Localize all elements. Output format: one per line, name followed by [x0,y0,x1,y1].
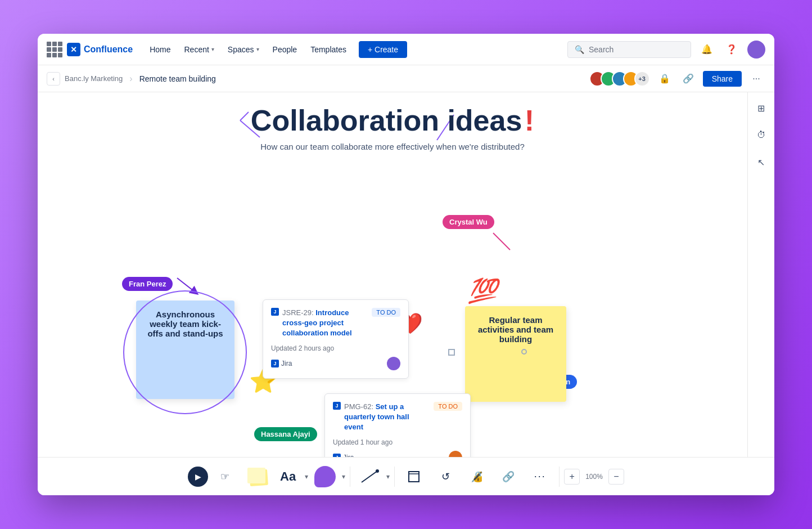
line-tool-chevron[interactable]: ▾ [386,473,390,481]
more-tools[interactable]: ··· [525,462,554,491]
breadcrumb-separator: › [129,74,132,84]
user-avatar[interactable] [747,41,765,59]
svg-line-6 [493,233,510,250]
stamp-tool[interactable]: 🔏 [462,462,491,491]
pointer-tool[interactable]: ☞ [210,462,240,491]
avatar-overflow-count: +3 [634,71,650,87]
nav-links: Home Recent ▾ Spaces ▾ People Templates … [144,41,563,58]
nav-recent[interactable]: Recent ▾ [178,42,219,57]
jira-logo-1: J [271,360,279,367]
text-tool-chevron[interactable]: ▾ [305,473,308,481]
nav-home[interactable]: Home [144,42,176,57]
browser-window: ✕ Confluence Home Recent ▾ Spaces ▾ Peop… [38,34,774,495]
create-button[interactable]: + Create [359,41,407,58]
recent-chevron: ▾ [211,46,214,52]
jira-card-2-header: J PMG-62: Set up a quarterly town hall e… [333,402,462,433]
line-tool[interactable] [355,462,384,491]
sidebar-toggle[interactable]: ‹ [47,72,60,86]
fran-perez-badge: Fran Perez [122,277,173,291]
svg-rect-9 [409,472,419,482]
card-avatar-1 [387,357,400,370]
jira-status-2: TO DO [434,402,462,411]
search-placeholder: Search [589,45,613,54]
search-icon: 🔍 [575,45,584,54]
yellow-sticky-text: Regular team activities and team buildin… [478,315,553,344]
card-avatar-2 [449,451,462,457]
sticky-note-tool[interactable] [242,462,271,491]
sticky-stack-icon [245,467,268,487]
jira-card-2-title: PMG-62: Set up a quarterly town hall eve… [344,402,429,433]
frame-tool[interactable] [399,462,428,491]
title-text: Collaboration ideas [251,104,522,137]
breadcrumb-parent: Banc.ly Marketing [65,74,123,83]
nav-right: 🔍 Search 🔔 ❓ [567,41,765,59]
blue-sticky-text: Asynchronous weekly team kick-offs and s… [147,310,223,338]
navbar: ✕ Confluence Home Recent ▾ Spaces ▾ Peop… [38,34,774,65]
main-content: Collaboration ideas ! How can our team c… [38,92,774,457]
link-tool[interactable]: 🔗 [494,462,523,491]
hundred-emoji: 💯 [468,277,497,304]
dot-1 [448,349,455,356]
more-options-icon[interactable]: ··· [747,70,765,88]
jira-card-1-title: JSRE-29: Introduce cross-geo project col… [282,308,367,339]
jira-card-1-updated: Updated 2 hours ago [271,344,400,352]
zoom-in-button[interactable]: + [564,469,580,485]
embed-tool[interactable]: ↺ [431,462,460,491]
lock-icon[interactable]: 🔒 [656,70,674,88]
zoom-out-button[interactable]: − [608,469,624,485]
jira-card-2-footer: J Jira [333,451,462,457]
shape-tool[interactable] [310,462,340,491]
jira-logo-2: J [333,454,341,457]
jira-status-1: TO DO [372,308,400,317]
help-icon[interactable]: ❓ [723,41,741,59]
jira-card-1-footer: J Jira [271,357,400,370]
yellow-sticky-note[interactable]: Regular team activities and team buildin… [465,306,566,402]
link-icon[interactable]: 🔗 [679,70,697,88]
svg-line-4 [177,278,195,292]
toolbar-divider-3 [559,467,560,487]
svg-point-8 [376,469,379,473]
sub-header-right: +3 🔒 🔗 Share ··· [589,70,765,88]
shape-tool-chevron[interactable]: ▾ [342,473,345,481]
notifications-icon[interactable]: 🔔 [698,41,716,59]
confluence-logo[interactable]: ✕ Confluence [67,43,133,56]
logo-icon: ✕ [67,43,80,56]
collaborators-avatars: +3 [589,71,650,87]
search-box[interactable]: 🔍 Search [567,41,691,58]
right-sidebar: ⊞ ⏱ ↖ [747,92,774,457]
crystal-wu-badge: Crystal Wu [443,215,494,229]
blue-sticky-note[interactable]: Asynchronous weekly team kick-offs and s… [136,301,234,399]
canvas-subtitle: How can our team collaborate more effect… [224,142,561,151]
logo-text: Confluence [84,44,133,55]
zoom-level: 100% [585,473,603,481]
jira-card-1[interactable]: J JSRE-29: Introduce cross-geo project c… [263,299,409,379]
frame-icon [407,470,421,483]
grid-menu-icon[interactable] [47,42,62,57]
dot-2 [521,349,527,355]
toolbar-divider-1 [350,467,350,487]
jira-source-1: J Jira [271,360,292,367]
text-tool[interactable]: Aa [273,462,303,491]
toolbar-divider-2 [394,467,395,487]
page-title: Remote team building [139,74,216,83]
canvas-area[interactable]: Collaboration ideas ! How can our team c… [38,92,747,457]
jira-icon-2: J [333,402,341,410]
sticky-thumb-front [247,468,265,483]
sidebar-history-icon[interactable]: ⏱ [752,126,770,144]
nav-templates[interactable]: Templates [305,42,352,57]
canvas-title-area: Collaboration ideas ! How can our team c… [224,104,561,151]
canvas-title: Collaboration ideas ! [224,104,561,137]
hassana-ajayi-badge: Hassana Ajayi [254,427,317,441]
jira-card-2-updated: Updated 1 hour ago [333,438,462,446]
sidebar-cursor-icon[interactable]: ↖ [752,153,770,171]
svg-line-7 [362,471,377,482]
play-button[interactable]: ▶ [188,467,208,487]
sub-header: ‹ Banc.ly Marketing › Remote team buildi… [38,65,774,92]
nav-spaces[interactable]: Spaces ▾ [222,42,265,57]
jira-card-2[interactable]: J PMG-62: Set up a quarterly town hall e… [324,393,471,457]
spaces-chevron: ▾ [256,46,259,52]
jira-card-1-header: J JSRE-29: Introduce cross-geo project c… [271,308,400,339]
sidebar-table-icon[interactable]: ⊞ [752,99,770,117]
share-button[interactable]: Share [703,71,742,87]
nav-people[interactable]: People [267,42,303,57]
